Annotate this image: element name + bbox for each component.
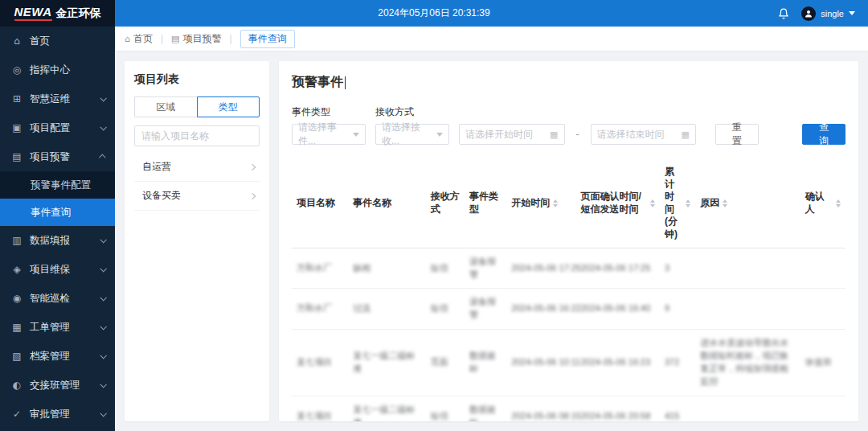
- sidebar-item-data-report[interactable]: ▥ 数据填报: [0, 226, 115, 255]
- breadcrumb-separator: |: [230, 33, 232, 44]
- table-row: 万和水厂 缺相 短信 设备报警 2024-05-06 17:25 2024-05…: [292, 248, 845, 289]
- sidebar-item-command-center[interactable]: ◎ 指挥中心: [0, 55, 115, 84]
- cell-receive: 短信: [426, 289, 465, 330]
- calendar-icon: ▦: [550, 129, 558, 140]
- cell-person: [800, 396, 845, 421]
- chevron-right-icon: [249, 163, 256, 170]
- submenu-item-event-query[interactable]: 事件查询: [0, 199, 115, 226]
- cell-event: 缺相: [348, 248, 425, 289]
- project-list-title: 项目列表: [134, 72, 260, 87]
- cell-event: 某七一级二级标准: [348, 330, 425, 396]
- chevron-down-icon: [436, 133, 443, 137]
- notification-bell-icon[interactable]: [777, 7, 790, 20]
- sidebar-item-project-warning[interactable]: ▤ 项目预警: [0, 142, 115, 171]
- text-cursor: [345, 76, 346, 89]
- cell-person: [800, 289, 845, 330]
- cell-type: 数据超标: [465, 396, 506, 421]
- breadcrumb: ⌂ 首页 | ▤ 项目预警 | 事件查询: [115, 27, 868, 51]
- event-type-select[interactable]: 请选择事件...: [292, 124, 366, 145]
- cell-receive: 短信: [426, 248, 465, 289]
- sort-icon: [553, 199, 558, 207]
- cell-reason: [695, 248, 800, 289]
- sidebar-nav: ⌂ 首页 ◎ 指挥中心 ⊞ 智慧运维 ▣ 项目配置 ▤ 项目预警 预警事件配置 …: [0, 27, 115, 431]
- breadcrumb-current[interactable]: 事件查询: [240, 30, 295, 48]
- event-type-label: 事件类型: [292, 105, 366, 119]
- query-button[interactable]: 查询: [802, 124, 845, 145]
- sidebar-item-shift-management[interactable]: ◐ 交接班管理: [0, 371, 115, 400]
- topbar-actions: single: [777, 6, 868, 21]
- project-warning-icon: ▤: [11, 151, 23, 162]
- chevron-down-icon: [100, 265, 106, 272]
- top-bar: NEWA 金正环保 2024年05月06日 20:31:39 single: [0, 0, 868, 27]
- breadcrumb-separator: |: [161, 33, 163, 44]
- data-report-icon: ▥: [11, 235, 23, 246]
- home-icon: ⌂: [11, 35, 23, 47]
- document-icon: ▤: [171, 34, 179, 44]
- col-confirm-person[interactable]: 确认人: [800, 159, 845, 248]
- sidebar-item-home[interactable]: ⌂ 首页: [0, 27, 115, 55]
- table-header-row: 项目名称 事件名称 接收方式 事件类型 开始时间 页面确认时间/短信发送时间 累…: [292, 159, 845, 248]
- inspection-icon: ◉: [11, 293, 23, 304]
- sort-icon: [836, 199, 841, 207]
- table-row: 某七项目 某七一级二级标准 页面 数据超标 2024-05-06 10:11 2…: [292, 330, 845, 396]
- col-event-name: 事件名称: [348, 159, 425, 248]
- col-reason[interactable]: 原因: [695, 159, 800, 248]
- app-window: NEWA 金正环保 2024年05月06日 20:31:39 single ⌂ …: [0, 0, 868, 431]
- cell-receive: 短信: [426, 396, 465, 421]
- cell-confirm: 2024-05-06 16:40: [576, 289, 660, 330]
- tab-type[interactable]: 类型: [197, 96, 260, 117]
- cell-event: 某七一级二级标准: [348, 396, 425, 421]
- cell-minutes: 3: [660, 248, 695, 289]
- breadcrumb-section[interactable]: ▤ 项目预警: [171, 32, 221, 46]
- col-confirm-time[interactable]: 页面确认时间/短信发送时间: [576, 159, 660, 248]
- receive-mode-select[interactable]: 请选择接收...: [375, 124, 449, 145]
- user-menu[interactable]: single: [801, 6, 855, 21]
- sidebar-item-smart-ops[interactable]: ⊞ 智慧运维: [0, 84, 115, 113]
- filter-bar: 事件类型 请选择事件... 接收方式 请选择接收...: [292, 105, 845, 145]
- chevron-down-icon: [849, 11, 855, 15]
- col-total-minutes[interactable]: 累计时间(分钟): [660, 159, 695, 248]
- chevron-down-icon: [100, 294, 106, 301]
- submenu-item-warning-event-config[interactable]: 预警事件配置: [0, 171, 115, 199]
- sidebar-item-project-maintenance[interactable]: ◈ 项目维保: [0, 255, 115, 284]
- start-time-picker[interactable]: 请选择开始时间 ▦: [459, 124, 565, 145]
- sidebar-item-smart-inspection[interactable]: ◉ 智能巡检: [0, 284, 115, 313]
- col-receive-mode: 接收方式: [426, 159, 465, 248]
- logo: NEWA 金正环保: [0, 0, 115, 27]
- chevron-down-icon: [100, 323, 106, 330]
- tab-region[interactable]: 区域: [134, 96, 197, 117]
- col-start-time[interactable]: 开始时间: [506, 159, 575, 248]
- table-row: 某七项目 某七一级二级标准 短信 数据超标 2024-05-06 08:15 2…: [292, 396, 845, 421]
- work-order-icon: ▦: [11, 322, 23, 333]
- col-project-name: 项目名称: [292, 159, 348, 248]
- cell-confirm: 2024-05-06 17:25: [576, 248, 660, 289]
- sidebar-item-project-config[interactable]: ▣ 项目配置: [0, 113, 115, 142]
- sidebar-item-approval[interactable]: ✓ 审批管理: [0, 400, 115, 429]
- datetime-display: 2024年05月06日 20:31:39: [0, 6, 868, 20]
- project-config-icon: ▣: [11, 122, 23, 133]
- chevron-down-icon: [100, 236, 106, 243]
- cell-type: 设备报警: [465, 248, 506, 289]
- sidebar-item-archive[interactable]: ▧ 档案管理: [0, 342, 115, 371]
- cell-start: 2024-05-06 17:25: [506, 248, 575, 289]
- cell-event: 过流: [348, 289, 425, 330]
- cell-minutes: 415: [660, 396, 695, 421]
- breadcrumb-home[interactable]: ⌂ 首页: [125, 32, 153, 46]
- project-group-self-operated[interactable]: 自运营: [134, 153, 260, 182]
- cell-project: 万和水厂: [292, 248, 348, 289]
- cell-type: 数据超标: [465, 330, 506, 396]
- sidebar-item-work-order[interactable]: ▦ 工单管理: [0, 313, 115, 342]
- cell-reason: [695, 289, 800, 330]
- command-center-icon: ◎: [11, 64, 23, 76]
- chevron-right-icon: [249, 192, 256, 199]
- chevron-down-icon: [100, 381, 106, 388]
- chevron-down-icon: [100, 95, 106, 101]
- chevron-down-icon: [353, 133, 359, 137]
- end-time-picker[interactable]: 请选择结束时间 ▦: [591, 124, 697, 145]
- cell-reason: 进水水质波动导致出水数据短时超标，现已恢复正常，持续加强巡检监控: [695, 330, 800, 396]
- home-icon: ⌂: [125, 34, 130, 44]
- reset-button[interactable]: 重置: [715, 124, 759, 145]
- maintenance-icon: ◈: [11, 264, 23, 275]
- project-search-input[interactable]: [134, 125, 260, 146]
- project-group-equipment-sales[interactable]: 设备买卖: [134, 182, 260, 211]
